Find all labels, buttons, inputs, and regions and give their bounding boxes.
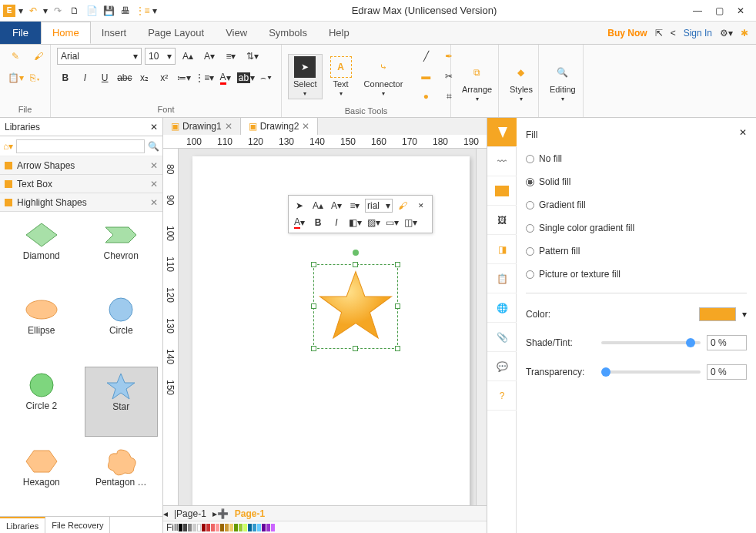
bold-icon[interactable]: B (309, 215, 326, 230)
search-icon[interactable]: 🔍 (148, 141, 159, 152)
chevron-down-icon[interactable]: ▾ (742, 309, 747, 320)
fill-icon[interactable]: ◧▾ (346, 215, 363, 230)
radio-no-fill[interactable]: No fill (526, 151, 747, 166)
font-name-combo[interactable]: Arial▾ (57, 48, 142, 65)
text-tool-button[interactable]: A Text ▾ (326, 55, 356, 99)
hyperlink-tab-icon[interactable]: 🌐 (487, 293, 517, 323)
shade-slider[interactable] (601, 341, 701, 344)
minimize-icon[interactable]: — (691, 5, 704, 17)
libtab-libraries[interactable]: Libraries (0, 517, 45, 533)
shape-ellipse[interactable]: Ellipse (5, 291, 79, 360)
tab-insert[interactable]: Insert (91, 22, 138, 44)
shrink-font-icon[interactable]: A▾ (200, 48, 219, 65)
new-doc-icon[interactable]: 🗋 (68, 4, 82, 18)
options-icon[interactable]: ⋮≡ (135, 4, 149, 18)
format-painter-icon[interactable]: ✎ (6, 48, 25, 65)
shape-star[interactable]: Star (85, 367, 159, 437)
italic-icon[interactable]: I (77, 69, 94, 86)
qat-dropdown-icon[interactable]: ▾ (43, 5, 48, 16)
page-tab-1[interactable]: Page-1 (229, 508, 271, 519)
mini-font-combo[interactable]: rial▾ (365, 199, 393, 213)
shape-circle[interactable]: Circle (85, 291, 159, 360)
add-page-icon[interactable]: ➕ (217, 508, 229, 519)
superscript-icon[interactable]: x² (156, 69, 172, 86)
selection-box[interactable] (313, 264, 398, 349)
arrange-button[interactable]: ⧉Arrange▾ (457, 60, 497, 104)
open-icon[interactable]: 📄 (85, 4, 99, 18)
font-size-combo[interactable]: 10▾ (145, 48, 176, 65)
home-icon[interactable]: ⌂▾ (3, 141, 13, 152)
line-tool-icon[interactable]: ╱ (416, 48, 435, 65)
settings-icon[interactable]: ⚙▾ (720, 28, 733, 39)
brush-icon[interactable]: 🖌 (29, 48, 48, 65)
curve-text-icon[interactable]: ⌢▾ (258, 69, 275, 86)
maximize-icon[interactable]: ▢ (713, 5, 725, 17)
numbering-icon[interactable]: ⋮≡▾ (196, 69, 214, 86)
pointer-icon[interactable]: ➤ (291, 198, 308, 213)
buy-now-link[interactable]: Buy Now (607, 28, 647, 39)
library-search-input[interactable] (16, 139, 145, 153)
radio-single-color-gradient[interactable]: Single color gradient fill (526, 220, 747, 236)
print-icon[interactable]: 🖶 (119, 4, 132, 18)
line-icon[interactable]: ▭▾ (383, 215, 400, 230)
format-painter-icon[interactable]: 🖌 (394, 198, 411, 213)
share-icon[interactable]: < (671, 28, 676, 39)
rectangle-tool-icon[interactable]: ▬ (416, 68, 435, 85)
line-tab-icon[interactable]: 〰 (487, 147, 517, 176)
bullets-icon[interactable]: ≔▾ (176, 69, 192, 86)
shape-fill-tab-icon[interactable] (487, 176, 517, 206)
qat-dropdown-icon[interactable]: ▾ (18, 5, 23, 16)
shrink-font-icon[interactable]: A▾ (328, 198, 345, 213)
shape-hexagon[interactable]: Hexagon (5, 443, 79, 511)
undo-icon[interactable]: ↶ (26, 4, 40, 18)
close-tab-icon[interactable]: ✕ (225, 121, 232, 132)
save-icon[interactable]: 💾 (102, 4, 115, 18)
shape-chevron[interactable]: Chevron (85, 216, 159, 285)
attachment-tab-icon[interactable]: 📎 (487, 323, 517, 352)
theme-icon[interactable]: ◫▾ (402, 215, 419, 230)
tab-page-layout[interactable]: Page Layout (137, 22, 215, 44)
tab-symbols[interactable]: Symbols (258, 22, 318, 44)
close-floater-icon[interactable]: ✕ (413, 198, 430, 213)
tab-home[interactable]: Home (41, 22, 91, 44)
doc-tab-drawing2[interactable]: ▣Drawing2✕ (241, 118, 319, 135)
highlight-icon[interactable]: ab▾ (236, 69, 255, 86)
close-icon[interactable]: ✕ (734, 5, 747, 17)
doc-tab-drawing1[interactable]: ▣Drawing1✕ (163, 118, 241, 135)
copy-icon[interactable]: ⎘▾ (26, 69, 45, 86)
shape-pentagon[interactable]: Pentagon … (85, 443, 159, 511)
font-color-icon[interactable]: A▾ (291, 215, 308, 230)
ellipse-tool-icon[interactable]: ● (416, 88, 435, 105)
redo-icon[interactable]: ↷ (51, 4, 65, 18)
sign-in-link[interactable]: Sign In (684, 28, 712, 39)
rotate-handle[interactable] (353, 250, 359, 256)
fill-tab-icon[interactable] (487, 118, 517, 147)
radio-solid-fill[interactable]: Solid fill (526, 174, 747, 189)
shade-value-input[interactable]: 0 % (707, 335, 747, 350)
underline-icon[interactable]: U (96, 69, 113, 86)
help-tab-icon[interactable]: ? (487, 381, 517, 411)
color-picker-button[interactable] (699, 307, 736, 321)
italic-icon[interactable]: I (328, 215, 345, 230)
tab-help[interactable]: Help (318, 22, 360, 44)
select-tool-button[interactable]: ➤ Select ▾ (288, 54, 323, 99)
lib-cat-highlight-shapes[interactable]: Highlight Shapes✕ (0, 193, 162, 212)
radio-gradient-fill[interactable]: Gradient fill (526, 197, 747, 213)
lib-cat-text-box[interactable]: Text Box✕ (0, 175, 162, 193)
editing-button[interactable]: 🔍Editing▾ (545, 60, 580, 104)
close-tab-icon[interactable]: ✕ (302, 121, 309, 132)
export-icon[interactable]: ⇱ (655, 28, 663, 39)
styles-button[interactable]: ◆Styles▾ (505, 60, 537, 104)
shadow-icon[interactable]: ▨▾ (365, 215, 382, 230)
shape-diamond[interactable]: Diamond (5, 216, 79, 285)
libtab-file-recovery[interactable]: File Recovery (45, 517, 110, 533)
connector-tool-button[interactable]: ⤷ Connector ▾ (360, 55, 408, 99)
transparency-slider[interactable] (601, 370, 701, 374)
font-color-icon[interactable]: A▾ (217, 69, 234, 86)
app-logo-icon[interactable]: ✱ (741, 28, 748, 39)
bold-icon[interactable]: B (57, 69, 74, 86)
shape-circle-2[interactable]: Circle 2 (5, 367, 79, 437)
grow-font-icon[interactable]: A▴ (309, 198, 326, 213)
line-spacing-icon[interactable]: ⇅▾ (243, 48, 262, 65)
radio-pattern-fill[interactable]: Pattern fill (526, 243, 747, 259)
